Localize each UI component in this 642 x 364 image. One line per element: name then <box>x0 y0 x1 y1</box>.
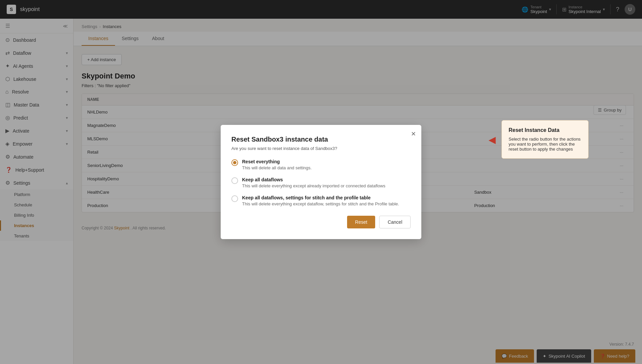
tooltip-body: Select the radio button for the actions … <box>509 137 581 152</box>
radio-keep-dataflows[interactable] <box>231 177 238 184</box>
arrow-icon: ◀ <box>489 134 496 145</box>
radio-keep-dataflows-settings[interactable] <box>231 195 238 202</box>
radio-option-keep-dataflows[interactable]: Keep all dataflows This will delete ever… <box>231 177 411 188</box>
radio-option-reset-everything[interactable]: Reset everything This will delete all da… <box>231 159 411 170</box>
tooltip-box: ◀ Reset Instance Data Select the radio b… <box>502 120 588 159</box>
modal: ✕ Reset Sandbox3 instance data Are you s… <box>221 125 421 239</box>
modal-close-button[interactable]: ✕ <box>411 130 416 138</box>
reset-button[interactable]: Reset <box>347 216 376 228</box>
radio-label-reset-everything: Reset everything <box>242 159 312 164</box>
modal-title: Reset Sandbox3 instance data <box>231 136 411 143</box>
radio-reset-everything[interactable] <box>231 159 238 166</box>
radio-label-keep-dataflows: Keep all dataflows <box>242 177 386 182</box>
radio-desc-keep-dataflows: This will delete everything except alrea… <box>242 183 386 188</box>
radio-desc-keep-dataflows-settings: This will delete everything except dataf… <box>242 201 399 206</box>
cancel-button[interactable]: Cancel <box>379 216 411 228</box>
modal-subtitle: Are you sure want to reset instance data… <box>231 146 411 151</box>
tooltip-title: Reset Instance Data <box>509 127 581 133</box>
radio-label-keep-dataflows-settings: Keep all dataflows, settings for stitch … <box>242 195 399 200</box>
modal-actions: Reset Cancel <box>231 216 411 228</box>
radio-desc-reset-everything: This will delete all data and settings. <box>242 165 312 170</box>
modal-overlay: ✕ Reset Sandbox3 instance data Are you s… <box>0 0 642 364</box>
radio-option-keep-dataflows-settings[interactable]: Keep all dataflows, settings for stitch … <box>231 195 411 206</box>
